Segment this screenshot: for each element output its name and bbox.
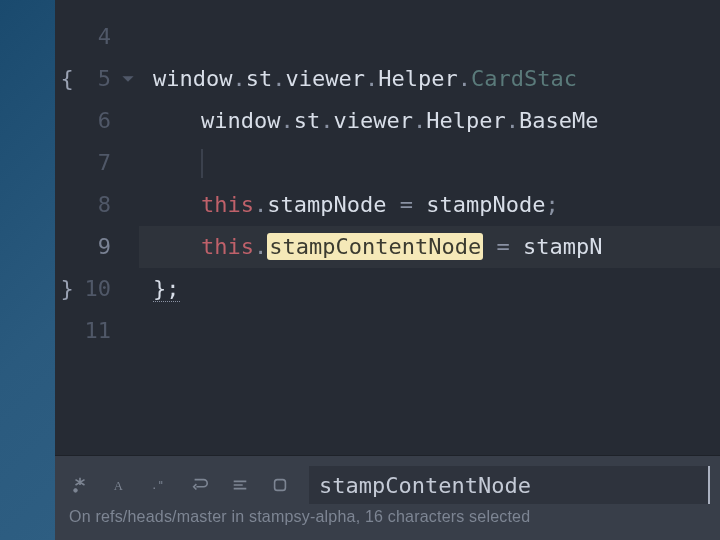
in-selection-icon[interactable]: ." " [149,474,171,496]
svg-rect-3 [275,480,286,491]
fold-brace-gutter: { } [55,0,79,455]
find-input[interactable] [309,466,710,504]
svg-text:." ": ." " [151,479,169,492]
brace-close: } [55,268,79,310]
line-number: 7 [79,142,111,184]
status-bar: On refs/heads/master in stampsy-alpha, 1… [55,508,720,540]
case-sensitive-icon[interactable]: A [109,474,131,496]
svg-point-0 [74,489,78,493]
line-number: 6 [79,100,111,142]
svg-text:A: A [114,479,123,493]
highlight-all-icon[interactable] [269,474,291,496]
line-number: 9 [79,226,111,268]
editor-window: { } 4 5 6 7 8 9 10 11 [55,0,720,540]
line-number: 8 [79,184,111,226]
find-bar: A ." " [55,455,720,508]
fold-gutter [117,0,139,455]
line-number: 4 [79,16,111,58]
wrap-icon[interactable] [189,474,211,496]
brace-open: { [55,58,79,100]
line-number: 5 [79,58,111,100]
fold-toggle[interactable] [117,58,139,100]
code-content[interactable]: window.st.viewer.Helper.CardStac window.… [139,0,720,455]
whole-word-icon[interactable] [229,474,251,496]
regex-icon[interactable] [69,474,91,496]
line-number: 10 [79,268,111,310]
chevron-down-icon [121,72,135,86]
line-number: 11 [79,310,111,352]
line-numbers-gutter: 4 5 6 7 8 9 10 11 [79,0,117,455]
code-editor[interactable]: { } 4 5 6 7 8 9 10 11 [55,0,720,455]
search-highlight: stampContentNode [267,233,483,260]
